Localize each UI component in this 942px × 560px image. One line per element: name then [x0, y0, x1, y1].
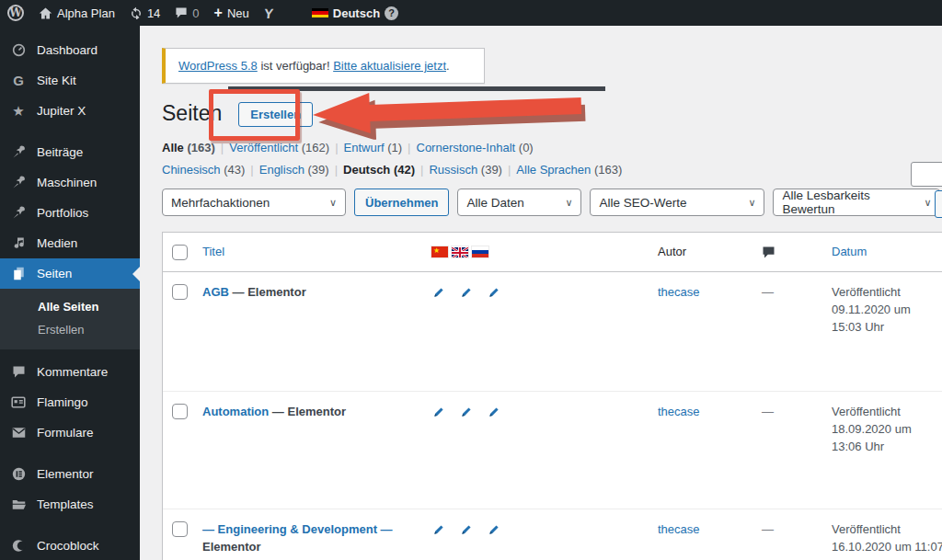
- folder-icon: [9, 498, 28, 510]
- author-link[interactable]: thecase: [658, 405, 700, 418]
- pages-table: Titel ★ Autor Datum AGB — Elementor: [162, 232, 942, 560]
- sort-title-header[interactable]: Titel: [202, 244, 224, 261]
- sidebar-item-crocoblock[interactable]: Crocoblock: [0, 531, 140, 560]
- edit-translation-icon[interactable]: [459, 286, 473, 300]
- table-body: AGB — Elementor thecase — Veröffentlicht…: [163, 272, 942, 560]
- sidebar-item-jupiter-x[interactable]: ★ Jupiter X: [0, 96, 140, 126]
- filter-alle-sprachen[interactable]: Alle Sprachen (163): [516, 163, 622, 177]
- update-now-link[interactable]: Bitte aktualisiere jetzt: [333, 59, 446, 73]
- crescent-icon: [9, 539, 28, 553]
- filter-chinesisch[interactable]: Chinesisch (43): [162, 163, 245, 177]
- search-input[interactable]: [911, 162, 942, 187]
- sidebar-label: Maschinen: [37, 176, 97, 189]
- comments-count: —: [747, 509, 817, 550]
- sidebar-item-kommentare[interactable]: Kommentare: [0, 357, 140, 387]
- notice-text: ist verfügbar!: [260, 59, 329, 73]
- sidebar-item-portfolios[interactable]: Portfolios: [0, 198, 140, 228]
- sidebar-item-elementor[interactable]: Elementor: [0, 459, 140, 489]
- sidebar-item-dashboard[interactable]: Dashboard: [0, 35, 140, 65]
- page-title-link[interactable]: AGB: [202, 285, 229, 299]
- sort-date-header[interactable]: Datum: [832, 244, 867, 261]
- row-checkbox[interactable]: [172, 521, 188, 537]
- updates-indicator[interactable]: 14: [122, 0, 167, 26]
- comment-icon: [175, 6, 188, 19]
- envelope-icon: [9, 427, 28, 439]
- author-link[interactable]: thecase: [658, 522, 700, 536]
- submenu-alle-seiten[interactable]: Alle Seiten: [0, 295, 140, 318]
- chevron-down-icon: ∨: [924, 197, 931, 209]
- filter-button-clipped[interactable]: [935, 190, 942, 218]
- filter-englisch[interactable]: Englisch (39): [259, 163, 329, 177]
- chevron-down-icon: ∨: [329, 197, 337, 209]
- sidebar-item-templates[interactable]: Templates: [0, 489, 140, 520]
- edit-translation-icon[interactable]: [487, 406, 500, 419]
- pages-icon: [9, 267, 28, 280]
- help-icon[interactable]: ?: [385, 6, 398, 20]
- edit-translation-icon[interactable]: [431, 286, 445, 300]
- yoast-menu[interactable]: Y: [257, 0, 281, 26]
- table-row: Automation — Elementor thecase — Veröffe…: [163, 391, 942, 509]
- readability-filter-select[interactable]: Alle Lesbarkeits Bewertun∨: [773, 189, 940, 216]
- google-g-icon: G: [9, 73, 28, 88]
- page-title-link[interactable]: — Engineering & Development —: [202, 522, 393, 536]
- select-all-checkbox[interactable]: [172, 245, 188, 260]
- edit-translation-icon[interactable]: [487, 523, 500, 537]
- sidebar-label: Dashboard: [37, 43, 98, 57]
- sidebar-label: Formulare: [37, 426, 94, 440]
- table-row: — Engineering & Development — Elementor …: [163, 509, 942, 560]
- author-link[interactable]: thecase: [658, 285, 700, 299]
- sidebar-item-flamingo[interactable]: Flamingo: [0, 387, 140, 417]
- new-content-menu[interactable]: + Neu: [207, 0, 257, 26]
- edit-translation-icon[interactable]: [431, 523, 445, 537]
- edit-translation-icon[interactable]: [459, 406, 473, 419]
- sidebar-item-medien[interactable]: Medien: [0, 228, 140, 258]
- filter-deutsch[interactable]: Deutsch (42): [343, 163, 415, 177]
- translation-edit-icons: [431, 521, 636, 537]
- filter-veroeffentlicht[interactable]: Veröffentlicht (162): [229, 141, 329, 154]
- filter-russisch[interactable]: Russisch (39): [429, 163, 502, 177]
- sidebar-item-maschinen[interactable]: Maschinen: [0, 167, 140, 198]
- apply-button[interactable]: Übernehmen: [354, 189, 449, 216]
- site-name: Alpha Plan: [57, 6, 115, 20]
- site-menu[interactable]: Alpha Plan: [31, 0, 122, 26]
- submenu-erstellen[interactable]: Erstellen: [0, 318, 140, 341]
- sidebar-label: Site Kit: [37, 74, 76, 87]
- sidebar-label: Beiträge: [37, 145, 83, 159]
- comments-count: 0: [192, 6, 199, 20]
- page-title-suffix: — Elementor: [233, 285, 306, 299]
- sidebar-label: Kommentare: [37, 365, 108, 379]
- edit-translation-icon[interactable]: [431, 406, 445, 419]
- comments-indicator[interactable]: 0: [167, 0, 206, 26]
- page-title-suffix: Elementor: [202, 540, 261, 554]
- elementor-icon: [9, 467, 28, 481]
- annotation-highlight-box: [209, 89, 300, 141]
- list-toolbar: Mehrfachaktionen∨ Übernehmen Alle Daten∨…: [162, 189, 942, 216]
- filter-alle[interactable]: Alle (163): [162, 141, 215, 154]
- sidebar-item-seiten[interactable]: Seiten: [0, 258, 140, 289]
- sidebar-label: Templates: [37, 497, 94, 511]
- china-flag-icon: ★: [431, 246, 448, 257]
- sidebar-item-formulare[interactable]: Formulare: [0, 417, 140, 448]
- sidebar-label: Jupiter X: [37, 104, 86, 118]
- filter-entwurf[interactable]: Entwurf (1): [344, 141, 403, 154]
- row-checkbox[interactable]: [172, 404, 188, 419]
- seo-filter-select[interactable]: Alle SEO-Werte∨: [590, 189, 764, 216]
- new-label: Neu: [227, 6, 249, 20]
- pin-icon: [9, 176, 28, 189]
- russia-flag-icon: [472, 246, 488, 257]
- page-title-link[interactable]: Automation: [202, 405, 269, 418]
- edit-translation-icon[interactable]: [487, 286, 500, 300]
- uk-flag-icon: [452, 246, 468, 257]
- edit-translation-icon[interactable]: [459, 523, 473, 537]
- filter-cornerstone[interactable]: Cornerstone-Inhalt (0): [417, 141, 534, 154]
- language-switcher[interactable]: Deutsch ?: [304, 0, 406, 26]
- wordpress-menu[interactable]: W: [0, 0, 31, 26]
- sidebar-item-site-kit[interactable]: G Site Kit: [0, 65, 140, 96]
- date-filter-select[interactable]: Alle Daten∨: [457, 189, 581, 216]
- row-checkbox[interactable]: [172, 284, 188, 300]
- sidebar-item-beitraege[interactable]: Beiträge: [0, 137, 140, 167]
- media-icon: [9, 236, 28, 250]
- bulk-actions-select[interactable]: Mehrfachaktionen∨: [162, 189, 346, 216]
- sidebar-label: Elementor: [37, 467, 94, 481]
- wordpress-update-link[interactable]: WordPress 5.8: [178, 59, 258, 73]
